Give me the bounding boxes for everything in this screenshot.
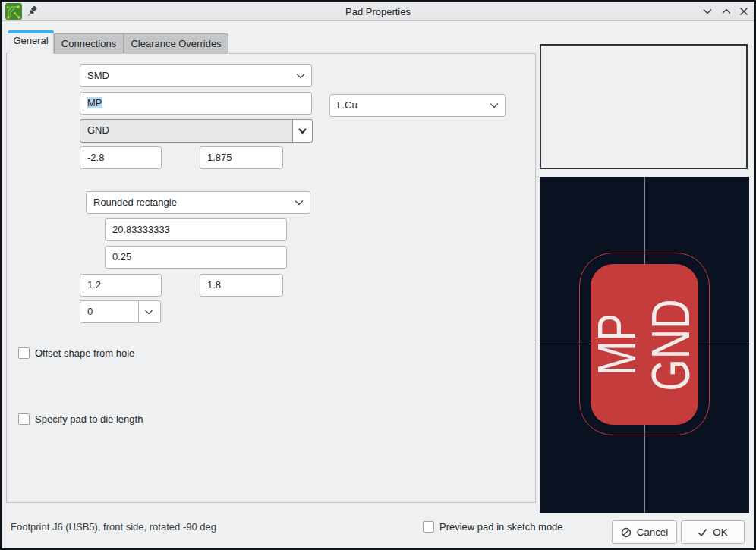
chevron-down-icon [296, 73, 305, 79]
copper-layers-select[interactable]: F.Cu [329, 94, 506, 117]
position-y-input[interactable]: 1.875 [200, 146, 283, 169]
corner-size-value: 20.83333333 [112, 224, 170, 235]
offset-shape-checkbox[interactable] [18, 347, 30, 359]
position-y-value: 1.875 [207, 152, 232, 163]
pad-shape-value: Rounded rectangle [93, 196, 177, 208]
chevron-down-icon [298, 127, 307, 134]
parent-footprint-preview [540, 44, 748, 169]
offset-shape-label: Offset shape from hole [35, 347, 134, 359]
window-title: Pad Properties [2, 6, 754, 17]
cancel-button[interactable]: Cancel [612, 520, 677, 544]
active-tab-accent [8, 30, 54, 33]
chevron-down-icon [144, 309, 153, 315]
ok-button[interactable]: OK [681, 520, 745, 544]
title-bar[interactable]: Pad Properties [2, 2, 754, 21]
window-close-icon[interactable] [738, 6, 750, 17]
tab-clearance-overrides-label: Clearance Overrides [131, 38, 221, 49]
net-name-value: GND [87, 124, 109, 136]
pad-number-value: MP [87, 97, 102, 108]
pad-type-value: SMD [87, 70, 109, 81]
angle-dropdown-button[interactable] [138, 301, 160, 322]
position-x-value: -2.8 [87, 152, 104, 163]
chevron-down-icon [295, 200, 304, 206]
corner-size-input[interactable]: 20.83333333 [105, 218, 287, 241]
pad-properties-dialog: Pad Properties Connections Clearance Ove… [0, 0, 756, 550]
corner-radius-input[interactable]: 0.25 [105, 246, 287, 269]
pad-size-x-input[interactable]: 1.2 [80, 274, 162, 297]
pad-type-select[interactable]: SMD [80, 64, 312, 87]
pad-number-input[interactable]: MP [80, 92, 312, 115]
corner-radius-value: 0.25 [112, 251, 131, 262]
offset-shape-checkbox-row[interactable]: Offset shape from hole [18, 347, 134, 359]
status-text: Footprint J6 (USB5), front side, rotated… [11, 521, 216, 533]
angle-combobox[interactable]: 0 [80, 300, 161, 323]
pad-shape-select[interactable]: Rounded rectangle [86, 191, 310, 214]
tab-general-label: General [13, 35, 48, 46]
window-shade-icon[interactable] [701, 6, 713, 17]
sketch-mode-checkbox[interactable] [423, 521, 434, 533]
pad-size-x-value: 1.2 [87, 279, 101, 291]
chevron-down-icon [490, 102, 499, 108]
angle-value: 0 [87, 306, 93, 317]
position-x-input[interactable]: -2.8 [80, 146, 162, 169]
tab-general[interactable]: General [8, 30, 54, 54]
cancel-icon [621, 527, 632, 538]
tab-clearance-overrides[interactable]: Clearance Overrides [124, 33, 228, 54]
tab-connections[interactable]: Connections [54, 33, 124, 54]
tab-connections-label: Connections [61, 38, 116, 49]
die-length-checkbox[interactable] [18, 413, 30, 425]
cancel-button-label: Cancel [637, 526, 669, 538]
copper-layers-value: F.Cu [337, 99, 358, 111]
window-maximize-icon[interactable] [720, 6, 732, 17]
ok-button-label: OK [713, 526, 727, 538]
sketch-mode-checkbox-row[interactable]: Preview pad in sketch mode [423, 521, 563, 533]
net-name-dropdown-button[interactable] [293, 119, 313, 143]
pad-size-y-input[interactable]: 1.8 [200, 274, 283, 297]
net-name-combobox[interactable]: GND [80, 119, 293, 143]
die-length-label: Specify pad to die length [35, 413, 143, 425]
pad-size-y-value: 1.8 [207, 279, 221, 291]
sketch-mode-label: Preview pad in sketch mode [439, 521, 563, 533]
pad-preview-canvas: MP GND [540, 177, 749, 513]
ok-check-icon [698, 528, 707, 537]
die-length-checkbox-row[interactable]: Specify pad to die length [18, 413, 143, 425]
